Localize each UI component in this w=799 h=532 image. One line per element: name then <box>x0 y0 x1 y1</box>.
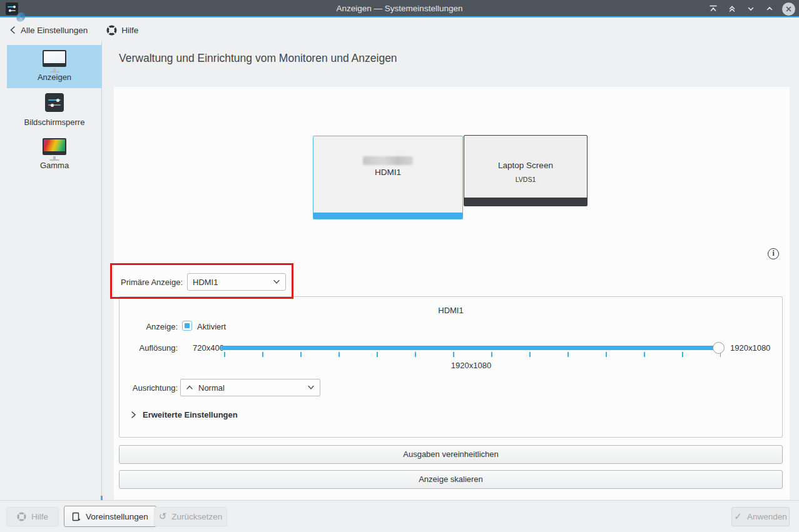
sidebar-item-anzeigen[interactable]: Anzeigen <box>7 45 102 88</box>
gamma-rainbow-monitor-icon <box>43 138 66 155</box>
chevron-left-icon <box>9 26 16 34</box>
unify-outputs-button[interactable]: Ausgaben vereinheitlichen <box>119 445 783 464</box>
display-row-label: Anzeige: <box>145 322 178 331</box>
redacted-monitor-name <box>363 156 413 165</box>
all-settings-button[interactable]: Alle Einstellungen <box>5 21 91 39</box>
sidebar-item-bildschirmsperre[interactable]: Bildschirmsperre <box>7 88 102 133</box>
window-title: Anzeigen — Systemeinstellungen <box>0 4 799 13</box>
primary-display-dropdown[interactable]: HDMI1 <box>187 273 286 291</box>
minimize-icon[interactable] <box>745 3 757 15</box>
orientation-row-label: Ausrichtung: <box>128 383 178 393</box>
sidebar-item-label: Anzeigen <box>7 73 102 82</box>
scale-display-button[interactable]: Anzeige skalieren <box>119 470 783 489</box>
monitor-output-label: HDMI1 <box>313 168 462 177</box>
enabled-checkbox[interactable] <box>182 321 192 331</box>
resolution-slider-handle[interactable] <box>713 342 725 354</box>
chevron-right-icon <box>131 411 136 419</box>
undo-icon: ↺ <box>159 512 167 521</box>
orientation-normal-icon <box>186 385 193 390</box>
all-settings-label: Alle Einstellungen <box>21 26 88 35</box>
sidebar-item-label: Bildschirmsperre <box>7 118 102 127</box>
close-icon[interactable] <box>782 3 795 16</box>
help-lifering-icon <box>106 25 117 36</box>
resolution-slider-track[interactable] <box>221 346 721 350</box>
page-title: Verwaltung und Einrichtung vom Monitoren… <box>119 52 397 65</box>
primary-display-value: HDMI1 <box>193 278 218 287</box>
sidebar-item-label: Gamma <box>7 161 102 170</box>
advanced-settings-label: Erweiterte Einstellungen <box>143 410 238 419</box>
maximize-icon[interactable] <box>763 3 776 15</box>
monitor-widget-hdmi1[interactable]: HDMI1 <box>313 136 463 219</box>
monitor-bottom-bar <box>464 198 587 206</box>
resolution-slider-ticks <box>224 352 721 357</box>
monitor-widget-laptop[interactable]: Laptop Screen LVDS1 <box>464 135 588 206</box>
titlebar[interactable]: Anzeigen — Systemeinstellungen <box>0 0 799 18</box>
enabled-checkbox-label: Aktiviert <box>197 322 226 331</box>
screen-lock-sliders-icon <box>45 93 64 112</box>
resolution-row-label: Auflösung: <box>132 343 178 353</box>
orientation-dropdown[interactable]: Normal <box>180 379 320 396</box>
presets-label: Voreinstellungen <box>86 512 148 521</box>
chevron-down-icon <box>307 385 315 390</box>
apply-label: Anwenden <box>747 512 787 521</box>
resolution-min-label: 720x400 <box>193 343 224 353</box>
reset-button: ↺ Zurücksetzen <box>154 507 227 526</box>
shade-icon[interactable] <box>726 3 738 15</box>
system-settings-window: Anzeigen — Systemeinstellungen Alle Eins… <box>0 0 799 532</box>
footer-help-label: Hilfe <box>31 512 48 521</box>
help-label: Hilfe <box>121 26 138 35</box>
bottom-toolbar: Hilfe Voreinstellungen ↺ Zurücksetzen ✓ … <box>0 500 799 532</box>
output-settings-panel: HDMI1 Anzeige: Aktiviert Auflösung: 720x… <box>119 296 783 438</box>
primary-indicator-bar <box>313 213 462 219</box>
check-icon: ✓ <box>734 512 742 521</box>
orientation-value: Normal <box>198 383 225 393</box>
sidebar-item-gamma[interactable]: Gamma <box>7 133 102 176</box>
advanced-settings-expander[interactable]: Erweiterte Einstellungen <box>131 410 238 419</box>
footer-help-button: Hilfe <box>6 507 59 526</box>
monitor-name-label: Laptop Screen <box>464 161 587 170</box>
reset-label: Zurücksetzen <box>171 512 222 521</box>
chevron-down-icon <box>273 279 280 284</box>
resolution-max-label: 1920x1080 <box>730 343 770 353</box>
info-icon[interactable]: i <box>768 248 779 259</box>
keep-above-icon[interactable] <box>707 3 720 15</box>
display-config-view: HDMI1 Laptop Screen LVDS1 i Primäre Anze… <box>114 87 790 499</box>
monitor-icon <box>43 50 66 67</box>
top-toolbar: Alle Einstellungen Hilfe <box>0 19 799 41</box>
panel-title: HDMI1 <box>120 306 782 315</box>
help-button[interactable]: Hilfe <box>103 21 142 39</box>
apply-button: ✓ Anwenden <box>731 507 790 526</box>
resolution-current-value: 1920x1080 <box>221 361 721 370</box>
sidebar: Anzeigen Bildschirmsperre Gamma <box>0 41 102 500</box>
presets-button[interactable]: Voreinstellungen <box>64 506 156 527</box>
presets-document-icon <box>72 512 81 521</box>
help-lifering-icon <box>17 512 26 521</box>
monitor-output-label: LVDS1 <box>464 176 587 183</box>
primary-display-label: Primäre Anzeige: <box>121 278 183 287</box>
